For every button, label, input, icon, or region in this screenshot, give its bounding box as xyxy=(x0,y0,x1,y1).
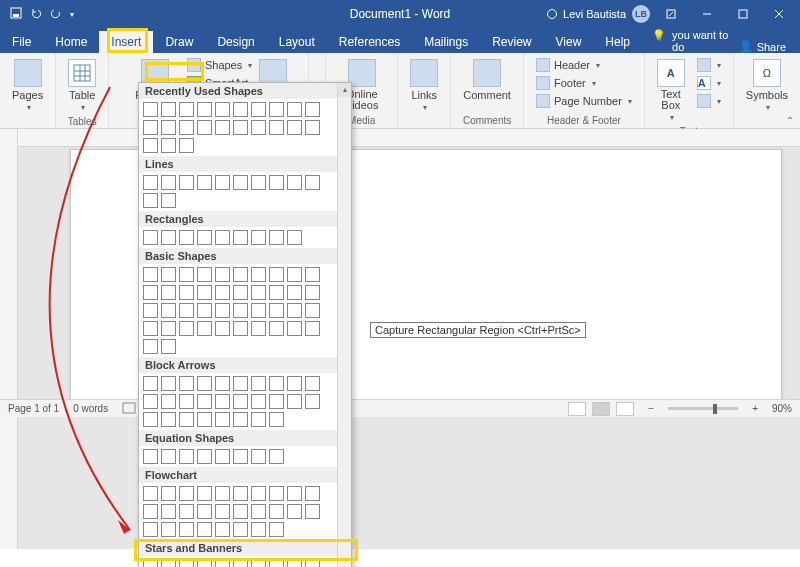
shape-item[interactable] xyxy=(179,394,194,409)
shape-item[interactable] xyxy=(305,285,320,300)
shape-item[interactable] xyxy=(233,175,248,190)
shape-item[interactable] xyxy=(197,412,212,427)
shape-item[interactable] xyxy=(305,321,320,336)
tab-help[interactable]: Help xyxy=(593,31,642,53)
shape-item[interactable] xyxy=(197,321,212,336)
shape-item[interactable] xyxy=(179,175,194,190)
page-count[interactable]: Page 1 of 1 xyxy=(8,403,59,414)
drop-cap-button[interactable]: ▾ xyxy=(693,93,725,109)
shape-item[interactable] xyxy=(269,175,284,190)
shape-item[interactable] xyxy=(251,321,266,336)
shape-item[interactable] xyxy=(287,230,302,245)
shape-item[interactable] xyxy=(143,522,158,537)
shape-item[interactable] xyxy=(287,267,302,282)
shape-item[interactable] xyxy=(215,412,230,427)
shape-item[interactable] xyxy=(269,230,284,245)
read-mode-button[interactable] xyxy=(568,402,586,416)
shape-item[interactable] xyxy=(269,522,284,537)
shape-item[interactable] xyxy=(197,120,212,135)
horizontal-ruler[interactable] xyxy=(18,129,800,147)
tab-layout[interactable]: Layout xyxy=(267,31,327,53)
shape-item[interactable] xyxy=(215,522,230,537)
shape-item[interactable] xyxy=(197,522,212,537)
shape-item[interactable] xyxy=(233,230,248,245)
shape-item[interactable] xyxy=(161,376,176,391)
shape-item[interactable] xyxy=(161,449,176,464)
shape-item[interactable] xyxy=(305,559,320,567)
shape-item[interactable] xyxy=(143,120,158,135)
shape-item[interactable] xyxy=(233,522,248,537)
tab-file[interactable]: File xyxy=(0,31,43,53)
shape-item[interactable] xyxy=(251,102,266,117)
shape-item[interactable] xyxy=(269,120,284,135)
word-count[interactable]: 0 words xyxy=(73,403,108,414)
shape-item[interactable] xyxy=(305,267,320,282)
shape-item[interactable] xyxy=(305,175,320,190)
shape-item[interactable] xyxy=(251,303,266,318)
shape-item[interactable] xyxy=(215,486,230,501)
shape-item[interactable] xyxy=(287,285,302,300)
shape-item[interactable] xyxy=(161,120,176,135)
shape-item[interactable] xyxy=(215,504,230,519)
shape-item[interactable] xyxy=(179,376,194,391)
shape-item[interactable] xyxy=(287,559,302,567)
shape-item[interactable] xyxy=(161,193,176,208)
header-button[interactable]: Header▾ xyxy=(532,57,636,73)
shape-item[interactable] xyxy=(251,394,266,409)
footer-button[interactable]: Footer▾ xyxy=(532,75,636,91)
shape-item[interactable] xyxy=(233,376,248,391)
text-box-button[interactable]: A Text Box ▾ xyxy=(653,57,689,124)
shape-item[interactable] xyxy=(143,559,158,567)
shape-item[interactable] xyxy=(161,138,176,153)
shape-item[interactable] xyxy=(143,175,158,190)
shape-item[interactable] xyxy=(305,394,320,409)
shape-item[interactable] xyxy=(161,175,176,190)
shape-item[interactable] xyxy=(143,394,158,409)
shape-item[interactable] xyxy=(215,102,230,117)
shape-item[interactable] xyxy=(197,175,212,190)
shape-item[interactable] xyxy=(179,267,194,282)
tab-design[interactable]: Design xyxy=(205,31,266,53)
shape-item[interactable] xyxy=(233,120,248,135)
symbols-button[interactable]: Ω Symbols ▾ xyxy=(742,57,792,114)
shape-item[interactable] xyxy=(215,285,230,300)
scrollbar[interactable]: ▴ ▾ xyxy=(337,83,351,567)
shape-item[interactable] xyxy=(269,102,284,117)
shape-item[interactable] xyxy=(269,394,284,409)
shape-item[interactable] xyxy=(197,504,212,519)
shape-item[interactable] xyxy=(269,285,284,300)
shape-item[interactable] xyxy=(161,285,176,300)
shape-item[interactable] xyxy=(197,102,212,117)
shape-item[interactable] xyxy=(143,339,158,354)
shape-item[interactable] xyxy=(161,559,176,567)
shape-item[interactable] xyxy=(287,175,302,190)
table-button[interactable]: Table ▾ xyxy=(64,57,100,114)
shape-item[interactable] xyxy=(197,559,212,567)
shape-item[interactable] xyxy=(179,504,194,519)
shape-item[interactable] xyxy=(269,559,284,567)
shape-item[interactable] xyxy=(161,230,176,245)
shape-item[interactable] xyxy=(287,394,302,409)
shape-item[interactable] xyxy=(143,412,158,427)
shape-item[interactable] xyxy=(161,339,176,354)
shape-item[interactable] xyxy=(251,267,266,282)
slider-thumb[interactable] xyxy=(713,404,717,414)
shape-item[interactable] xyxy=(233,559,248,567)
shape-item[interactable] xyxy=(251,559,266,567)
collapse-ribbon-button[interactable]: ⌃ xyxy=(786,115,794,126)
shape-item[interactable] xyxy=(143,376,158,391)
shape-item[interactable] xyxy=(251,285,266,300)
shape-item[interactable] xyxy=(287,120,302,135)
shape-item[interactable] xyxy=(143,285,158,300)
shape-item[interactable] xyxy=(251,522,266,537)
shape-item[interactable] xyxy=(143,267,158,282)
shape-item[interactable] xyxy=(179,138,194,153)
close-button[interactable] xyxy=(764,0,794,28)
shape-item[interactable] xyxy=(143,504,158,519)
shape-item[interactable] xyxy=(233,394,248,409)
zoom-in-button[interactable]: + xyxy=(752,403,758,414)
shape-item[interactable] xyxy=(161,394,176,409)
shape-item[interactable] xyxy=(269,449,284,464)
shape-item[interactable] xyxy=(179,559,194,567)
print-layout-button[interactable] xyxy=(592,402,610,416)
